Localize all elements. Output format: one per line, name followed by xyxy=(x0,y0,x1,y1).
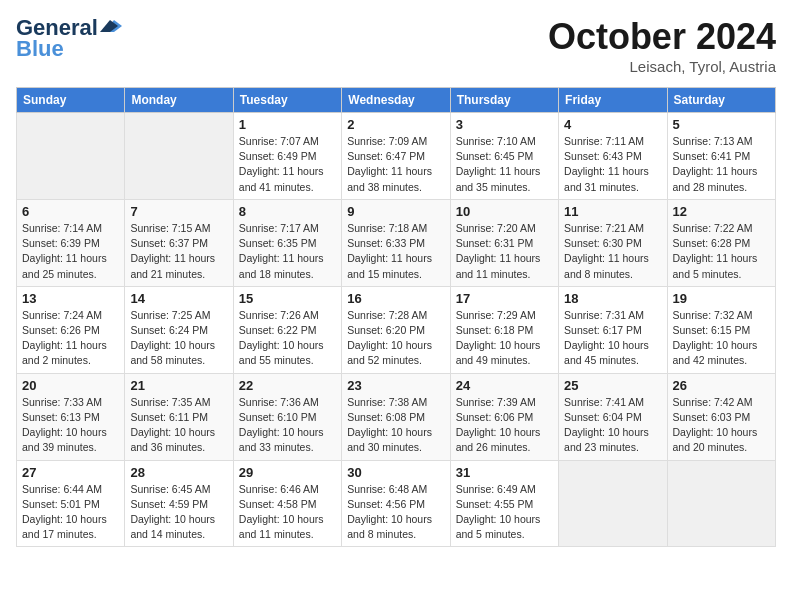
calendar-cell: 31Sunrise: 6:49 AM Sunset: 4:55 PM Dayli… xyxy=(450,460,558,547)
day-info: Sunrise: 7:13 AM Sunset: 6:41 PM Dayligh… xyxy=(673,134,770,195)
calendar-cell: 7Sunrise: 7:15 AM Sunset: 6:37 PM Daylig… xyxy=(125,199,233,286)
day-info: Sunrise: 7:31 AM Sunset: 6:17 PM Dayligh… xyxy=(564,308,661,369)
calendar-cell: 24Sunrise: 7:39 AM Sunset: 6:06 PM Dayli… xyxy=(450,373,558,460)
calendar-week-row: 20Sunrise: 7:33 AM Sunset: 6:13 PM Dayli… xyxy=(17,373,776,460)
day-number: 31 xyxy=(456,465,553,480)
day-number: 28 xyxy=(130,465,227,480)
day-info: Sunrise: 7:15 AM Sunset: 6:37 PM Dayligh… xyxy=(130,221,227,282)
weekday-header-friday: Friday xyxy=(559,88,667,113)
calendar-week-row: 13Sunrise: 7:24 AM Sunset: 6:26 PM Dayli… xyxy=(17,286,776,373)
calendar-table: SundayMondayTuesdayWednesdayThursdayFrid… xyxy=(16,87,776,547)
day-number: 5 xyxy=(673,117,770,132)
day-number: 30 xyxy=(347,465,444,480)
day-info: Sunrise: 6:48 AM Sunset: 4:56 PM Dayligh… xyxy=(347,482,444,543)
day-info: Sunrise: 7:36 AM Sunset: 6:10 PM Dayligh… xyxy=(239,395,336,456)
calendar-cell: 19Sunrise: 7:32 AM Sunset: 6:15 PM Dayli… xyxy=(667,286,775,373)
calendar-cell: 13Sunrise: 7:24 AM Sunset: 6:26 PM Dayli… xyxy=(17,286,125,373)
day-number: 10 xyxy=(456,204,553,219)
day-number: 6 xyxy=(22,204,119,219)
day-info: Sunrise: 7:29 AM Sunset: 6:18 PM Dayligh… xyxy=(456,308,553,369)
day-number: 22 xyxy=(239,378,336,393)
weekday-header-saturday: Saturday xyxy=(667,88,775,113)
logo-blue: Blue xyxy=(16,36,64,62)
day-info: Sunrise: 7:28 AM Sunset: 6:20 PM Dayligh… xyxy=(347,308,444,369)
day-number: 24 xyxy=(456,378,553,393)
calendar-cell: 4Sunrise: 7:11 AM Sunset: 6:43 PM Daylig… xyxy=(559,113,667,200)
day-number: 25 xyxy=(564,378,661,393)
day-info: Sunrise: 7:21 AM Sunset: 6:30 PM Dayligh… xyxy=(564,221,661,282)
weekday-header-thursday: Thursday xyxy=(450,88,558,113)
day-number: 7 xyxy=(130,204,227,219)
calendar-cell: 8Sunrise: 7:17 AM Sunset: 6:35 PM Daylig… xyxy=(233,199,341,286)
day-number: 16 xyxy=(347,291,444,306)
calendar-cell: 9Sunrise: 7:18 AM Sunset: 6:33 PM Daylig… xyxy=(342,199,450,286)
calendar-cell: 2Sunrise: 7:09 AM Sunset: 6:47 PM Daylig… xyxy=(342,113,450,200)
calendar-cell: 20Sunrise: 7:33 AM Sunset: 6:13 PM Dayli… xyxy=(17,373,125,460)
day-number: 19 xyxy=(673,291,770,306)
day-info: Sunrise: 7:07 AM Sunset: 6:49 PM Dayligh… xyxy=(239,134,336,195)
day-number: 18 xyxy=(564,291,661,306)
weekday-header-sunday: Sunday xyxy=(17,88,125,113)
calendar-cell: 6Sunrise: 7:14 AM Sunset: 6:39 PM Daylig… xyxy=(17,199,125,286)
day-info: Sunrise: 7:26 AM Sunset: 6:22 PM Dayligh… xyxy=(239,308,336,369)
calendar-cell: 25Sunrise: 7:41 AM Sunset: 6:04 PM Dayli… xyxy=(559,373,667,460)
day-info: Sunrise: 6:49 AM Sunset: 4:55 PM Dayligh… xyxy=(456,482,553,543)
day-number: 11 xyxy=(564,204,661,219)
day-number: 3 xyxy=(456,117,553,132)
day-number: 17 xyxy=(456,291,553,306)
calendar-cell: 15Sunrise: 7:26 AM Sunset: 6:22 PM Dayli… xyxy=(233,286,341,373)
title-block: October 2024 Leisach, Tyrol, Austria xyxy=(548,16,776,75)
calendar-cell: 23Sunrise: 7:38 AM Sunset: 6:08 PM Dayli… xyxy=(342,373,450,460)
day-info: Sunrise: 7:39 AM Sunset: 6:06 PM Dayligh… xyxy=(456,395,553,456)
calendar-cell xyxy=(125,113,233,200)
logo-icon xyxy=(100,18,122,34)
day-info: Sunrise: 7:09 AM Sunset: 6:47 PM Dayligh… xyxy=(347,134,444,195)
day-number: 12 xyxy=(673,204,770,219)
day-info: Sunrise: 6:45 AM Sunset: 4:59 PM Dayligh… xyxy=(130,482,227,543)
day-number: 26 xyxy=(673,378,770,393)
calendar-cell: 12Sunrise: 7:22 AM Sunset: 6:28 PM Dayli… xyxy=(667,199,775,286)
day-info: Sunrise: 7:38 AM Sunset: 6:08 PM Dayligh… xyxy=(347,395,444,456)
weekday-header-monday: Monday xyxy=(125,88,233,113)
day-number: 15 xyxy=(239,291,336,306)
day-info: Sunrise: 7:42 AM Sunset: 6:03 PM Dayligh… xyxy=(673,395,770,456)
day-info: Sunrise: 6:44 AM Sunset: 5:01 PM Dayligh… xyxy=(22,482,119,543)
page-header: General Blue October 2024 Leisach, Tyrol… xyxy=(16,16,776,75)
day-info: Sunrise: 7:22 AM Sunset: 6:28 PM Dayligh… xyxy=(673,221,770,282)
weekday-header-tuesday: Tuesday xyxy=(233,88,341,113)
day-number: 2 xyxy=(347,117,444,132)
calendar-cell: 10Sunrise: 7:20 AM Sunset: 6:31 PM Dayli… xyxy=(450,199,558,286)
calendar-cell xyxy=(667,460,775,547)
day-info: Sunrise: 6:46 AM Sunset: 4:58 PM Dayligh… xyxy=(239,482,336,543)
day-info: Sunrise: 7:33 AM Sunset: 6:13 PM Dayligh… xyxy=(22,395,119,456)
logo: General Blue xyxy=(16,16,122,62)
calendar-cell: 17Sunrise: 7:29 AM Sunset: 6:18 PM Dayli… xyxy=(450,286,558,373)
day-info: Sunrise: 7:11 AM Sunset: 6:43 PM Dayligh… xyxy=(564,134,661,195)
calendar-cell: 11Sunrise: 7:21 AM Sunset: 6:30 PM Dayli… xyxy=(559,199,667,286)
calendar-week-row: 27Sunrise: 6:44 AM Sunset: 5:01 PM Dayli… xyxy=(17,460,776,547)
calendar-cell: 21Sunrise: 7:35 AM Sunset: 6:11 PM Dayli… xyxy=(125,373,233,460)
calendar-cell xyxy=(559,460,667,547)
day-number: 27 xyxy=(22,465,119,480)
calendar-cell: 5Sunrise: 7:13 AM Sunset: 6:41 PM Daylig… xyxy=(667,113,775,200)
calendar-cell: 1Sunrise: 7:07 AM Sunset: 6:49 PM Daylig… xyxy=(233,113,341,200)
day-info: Sunrise: 7:32 AM Sunset: 6:15 PM Dayligh… xyxy=(673,308,770,369)
day-info: Sunrise: 7:17 AM Sunset: 6:35 PM Dayligh… xyxy=(239,221,336,282)
day-number: 8 xyxy=(239,204,336,219)
day-number: 14 xyxy=(130,291,227,306)
calendar-cell: 28Sunrise: 6:45 AM Sunset: 4:59 PM Dayli… xyxy=(125,460,233,547)
day-info: Sunrise: 7:20 AM Sunset: 6:31 PM Dayligh… xyxy=(456,221,553,282)
day-number: 4 xyxy=(564,117,661,132)
day-number: 29 xyxy=(239,465,336,480)
calendar-cell: 30Sunrise: 6:48 AM Sunset: 4:56 PM Dayli… xyxy=(342,460,450,547)
day-number: 21 xyxy=(130,378,227,393)
calendar-week-row: 1Sunrise: 7:07 AM Sunset: 6:49 PM Daylig… xyxy=(17,113,776,200)
day-info: Sunrise: 7:10 AM Sunset: 6:45 PM Dayligh… xyxy=(456,134,553,195)
calendar-cell: 26Sunrise: 7:42 AM Sunset: 6:03 PM Dayli… xyxy=(667,373,775,460)
calendar-cell: 16Sunrise: 7:28 AM Sunset: 6:20 PM Dayli… xyxy=(342,286,450,373)
day-info: Sunrise: 7:41 AM Sunset: 6:04 PM Dayligh… xyxy=(564,395,661,456)
day-info: Sunrise: 7:35 AM Sunset: 6:11 PM Dayligh… xyxy=(130,395,227,456)
day-info: Sunrise: 7:18 AM Sunset: 6:33 PM Dayligh… xyxy=(347,221,444,282)
calendar-cell: 27Sunrise: 6:44 AM Sunset: 5:01 PM Dayli… xyxy=(17,460,125,547)
day-number: 13 xyxy=(22,291,119,306)
